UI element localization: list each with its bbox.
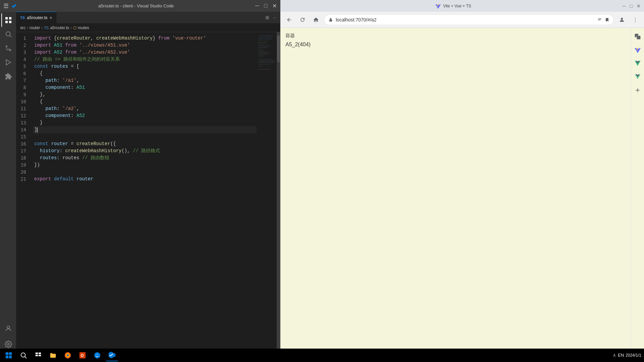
activity-account[interactable] bbox=[1, 322, 15, 335]
taskbar-vscode-app[interactable] bbox=[106, 349, 118, 361]
svg-rect-21 bbox=[258, 64, 270, 65]
breadcrumb-ts-icon: TS bbox=[44, 26, 49, 30]
svg-rect-11 bbox=[258, 46, 270, 46]
breadcrumb-sep3: › bbox=[70, 25, 72, 30]
svg-line-40 bbox=[25, 357, 26, 358]
taskbar: O ∧ EN 2024/1/1 bbox=[0, 349, 644, 362]
vscode-logo-icon bbox=[11, 3, 17, 9]
activity-explorer[interactable] bbox=[1, 13, 15, 27]
svg-rect-7 bbox=[258, 39, 272, 40]
browser-content: 容器 A5_2(404) bbox=[280, 28, 644, 362]
svg-line-1 bbox=[10, 36, 11, 37]
maximize-button[interactable]: □ bbox=[264, 3, 267, 9]
browser-profile-button[interactable] bbox=[616, 14, 627, 25]
sidebar-vue2-icon[interactable] bbox=[632, 71, 643, 82]
editor-tab[interactable]: TS a5router.ts × bbox=[16, 12, 57, 23]
browser-title-bar: Vite + Vue + TS ─ □ ✕ bbox=[280, 0, 644, 12]
svg-rect-10 bbox=[258, 44, 265, 45]
more-actions-icon[interactable]: ··· bbox=[273, 15, 277, 20]
tab-bar: TS a5router.ts × ⊞ ··· bbox=[16, 12, 280, 23]
taskbar-start[interactable] bbox=[3, 349, 15, 361]
svg-rect-44 bbox=[39, 355, 41, 356]
vite-logo-icon bbox=[435, 3, 441, 9]
browser-tab-title: Vite + Vue + TS bbox=[443, 4, 471, 8]
reader-icon bbox=[597, 17, 602, 22]
svg-rect-8 bbox=[258, 41, 268, 41]
vscode-window-title: a5router.ts - client - Visual Studio Cod… bbox=[17, 3, 255, 8]
lock-icon bbox=[328, 17, 333, 22]
browser-toolbar: localhost:7070/#/a2 bbox=[280, 12, 644, 28]
browser-panel: Vite + Vue + TS ─ □ ✕ bbox=[280, 0, 644, 362]
sidebar-vite-icon[interactable] bbox=[632, 45, 643, 55]
breadcrumb-src[interactable]: src bbox=[20, 25, 25, 30]
svg-point-0 bbox=[6, 32, 10, 36]
page-404-text: A5_2(404) bbox=[285, 42, 626, 48]
breadcrumb-router[interactable]: router bbox=[30, 25, 40, 30]
activity-search[interactable] bbox=[1, 27, 15, 41]
sidebar-vue-icon[interactable] bbox=[632, 58, 643, 69]
file-explorer-icon bbox=[49, 352, 57, 359]
activity-extensions[interactable] bbox=[1, 70, 15, 83]
tray-icons[interactable]: ∧ bbox=[613, 353, 616, 358]
browser-address-bar[interactable]: localhost:7070/#/a2 bbox=[324, 14, 614, 25]
browser-refresh-button[interactable] bbox=[297, 14, 308, 25]
taskbar-search[interactable] bbox=[17, 349, 30, 361]
minimize-button[interactable]: ─ bbox=[255, 3, 259, 9]
browser-main-content: 容器 A5_2(404) bbox=[285, 33, 626, 48]
svg-rect-32 bbox=[637, 36, 640, 40]
vscode-title-bar: ☰ a5router.ts - client - Visual Studio C… bbox=[0, 0, 280, 12]
browser-back-button[interactable] bbox=[284, 14, 294, 25]
browser-minimize-button[interactable]: ─ bbox=[623, 3, 626, 9]
browser-home-button[interactable] bbox=[311, 14, 321, 25]
ts-badge: TS bbox=[20, 16, 25, 20]
svg-point-3 bbox=[7, 326, 9, 328]
tab-filename: a5router.ts bbox=[27, 15, 47, 20]
datetime[interactable]: 2024/1/1 bbox=[626, 353, 641, 358]
svg-text:O: O bbox=[81, 353, 84, 358]
hamburger-icon[interactable]: ☰ bbox=[3, 2, 9, 10]
scrollbar[interactable] bbox=[277, 32, 280, 354]
svg-rect-20 bbox=[258, 62, 274, 63]
svg-rect-42 bbox=[39, 353, 41, 354]
svg-rect-9 bbox=[258, 42, 267, 43]
browser-close-button[interactable]: ✕ bbox=[637, 3, 641, 9]
breadcrumb-file[interactable]: a5router.ts bbox=[50, 25, 69, 30]
taskbar-system-tray: ∧ EN 2024/1/1 bbox=[613, 353, 641, 358]
activity-debug[interactable] bbox=[1, 56, 15, 69]
breadcrumb-symbol[interactable]: routes bbox=[78, 25, 89, 30]
svg-rect-36 bbox=[9, 352, 12, 355]
svg-rect-14 bbox=[258, 51, 265, 51]
taskbar-firefox[interactable] bbox=[62, 349, 74, 361]
browser-more-menu-button[interactable] bbox=[630, 14, 641, 25]
office-icon: O bbox=[79, 352, 86, 359]
breadcrumb-symbol-icon: ⬡ bbox=[73, 25, 76, 30]
svg-rect-22 bbox=[258, 66, 263, 66]
browser-sidebar bbox=[631, 28, 644, 362]
url-text: localhost:7070/#/a2 bbox=[336, 17, 595, 22]
taskbar-edge[interactable] bbox=[91, 349, 103, 361]
breadcrumb-sep1: › bbox=[27, 25, 28, 30]
code-content[interactable]: import {createRouter, createWebHashHisto… bbox=[33, 32, 257, 354]
svg-rect-16 bbox=[258, 54, 268, 55]
sidebar-copy-icon[interactable] bbox=[632, 31, 643, 42]
svg-point-4 bbox=[7, 343, 9, 345]
taskbar-office[interactable]: O bbox=[76, 349, 89, 361]
tab-close-button[interactable]: × bbox=[50, 15, 52, 20]
task-view-icon bbox=[35, 352, 42, 359]
taskbar-file-explorer[interactable] bbox=[47, 349, 59, 361]
sidebar-add-icon[interactable] bbox=[632, 85, 643, 96]
vscode-window-controls: ─ □ ✕ bbox=[255, 3, 277, 9]
keyboard-layout[interactable]: EN bbox=[618, 353, 624, 358]
browser-maximize-button[interactable]: □ bbox=[630, 3, 633, 9]
activity-source-control[interactable] bbox=[1, 42, 15, 55]
taskbar-task-view[interactable] bbox=[32, 349, 44, 361]
svg-point-50 bbox=[94, 352, 100, 358]
close-button[interactable]: ✕ bbox=[272, 3, 277, 9]
line-numbers: 123456789101112131415161718192021 bbox=[16, 32, 33, 354]
svg-rect-23 bbox=[258, 69, 271, 70]
code-editor: 123456789101112131415161718192021 import… bbox=[16, 32, 280, 354]
container-label: 容器 bbox=[285, 33, 626, 39]
browser-window-controls: ─ □ ✕ bbox=[623, 3, 641, 9]
edge-icon bbox=[94, 352, 101, 359]
split-editor-icon[interactable]: ⊞ bbox=[265, 15, 269, 20]
